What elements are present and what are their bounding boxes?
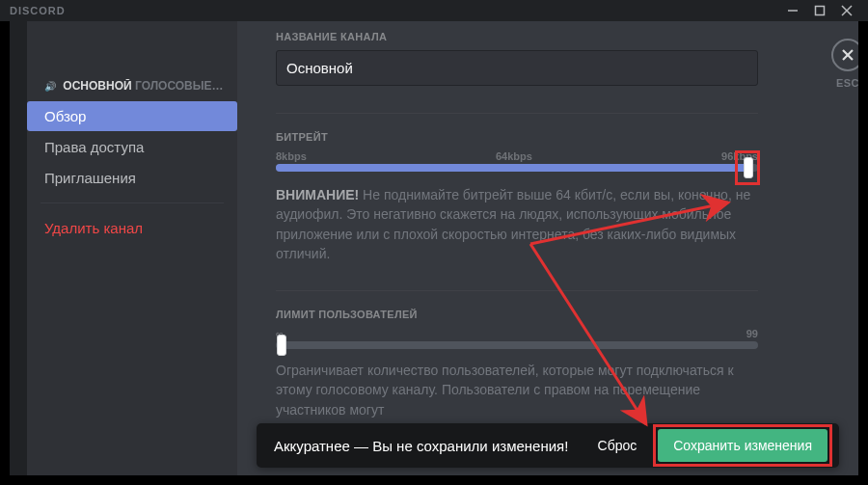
close-window-button[interactable] — [833, 0, 860, 21]
bitrate-label: БИТРЕЙТ — [276, 131, 820, 143]
divider — [276, 290, 758, 291]
reset-button[interactable]: Сброс — [590, 432, 645, 459]
titlebar: DISCORD — [0, 0, 868, 21]
bitrate-min: 8kbps — [276, 150, 307, 162]
userlimit-label: ЛИМИТ ПОЛЬЗОВАТЕЛЕЙ — [276, 309, 820, 320]
channel-name-label: НАЗВАНИЕ КАНАЛА — [276, 31, 820, 42]
bitrate-ticks: 8kbps 64kbps 96kbps — [276, 150, 758, 162]
bitrate-warning: ВНИМАНИЕ! Не поднимайте битрейт выше 64 … — [276, 185, 758, 263]
sidebar-separator — [41, 202, 224, 203]
bitrate-thumb[interactable] — [744, 157, 753, 178]
app-frame: 🔊 ОСНОВНОЙ ГОЛОСОВЫЕ КАН… Обзор Права до… — [10, 21, 858, 475]
userlimit-ticks: ∞ 99 — [276, 328, 758, 339]
userlimit-slider[interactable] — [276, 341, 758, 349]
sidebar-item-delete[interactable]: Удалить канал — [27, 213, 237, 243]
unsaved-message: Аккуратнее — Вы не сохранили изменения! — [274, 438, 577, 454]
esc-label: ESC — [831, 77, 858, 89]
svg-rect-1 — [816, 7, 825, 15]
settings-sidebar: 🔊 ОСНОВНОЙ ГОЛОСОВЫЕ КАН… Обзор Права до… — [27, 21, 237, 475]
userlimit-desc: Ограничивает количество пользователей, к… — [276, 361, 758, 419]
userlimit-thumb[interactable] — [277, 335, 286, 356]
sidebar-item-invites[interactable]: Приглашения — [27, 163, 237, 193]
bitrate-mid: 64kbps — [496, 150, 532, 162]
sidebar-header: 🔊 ОСНОВНОЙ ГОЛОСОВЫЕ КАН… — [27, 79, 237, 100]
close-wrap: ESC — [831, 39, 858, 89]
bitrate-slider[interactable] — [276, 164, 758, 172]
bitrate-fill — [276, 164, 748, 172]
sidebar-category: ГОЛОСОВЫЕ КАН… — [135, 79, 237, 93]
channel-name-input[interactable] — [276, 50, 758, 86]
sidebar-channel-name: ОСНОВНОЙ — [63, 79, 131, 93]
unsaved-changes-bar: Аккуратнее — Вы не сохранили изменения! … — [257, 423, 839, 468]
settings-content: ESC НАЗВАНИЕ КАНАЛА БИТРЕЙТ 8kbps 64kbps… — [237, 21, 858, 475]
userlimit-max: 99 — [746, 328, 758, 339]
sidebar-item-permissions[interactable]: Права доступа — [27, 132, 237, 162]
maximize-button[interactable] — [806, 0, 833, 21]
minimize-button[interactable] — [779, 0, 806, 21]
sidebar-item-overview[interactable]: Обзор — [27, 101, 237, 131]
volume-icon: 🔊 — [44, 81, 56, 92]
window-controls — [779, 0, 860, 21]
save-changes-button[interactable]: Сохранить изменения — [658, 429, 827, 462]
discord-wordmark: DISCORD — [8, 5, 66, 16]
divider — [276, 113, 758, 114]
close-settings-button[interactable] — [831, 39, 858, 71]
bitrate-warning-bold: ВНИМАНИЕ! — [276, 187, 359, 202]
guild-column — [10, 21, 27, 475]
